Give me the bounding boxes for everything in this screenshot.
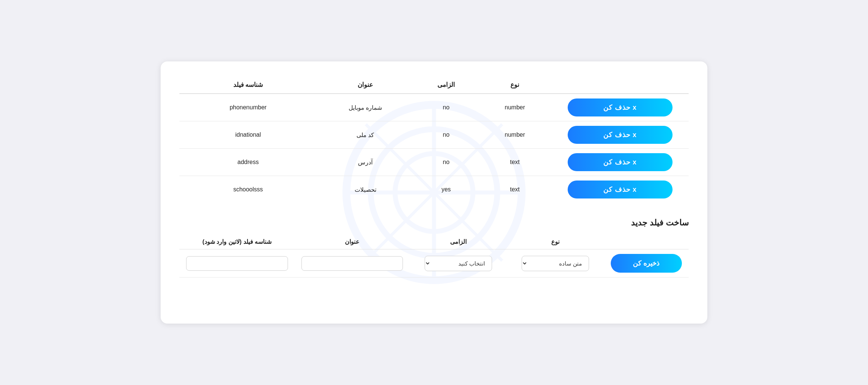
table-row: x حذف کنnumbernoکد ملیidnational <box>179 121 689 149</box>
fields-table: نوع الزامی عنوان شناسه فیلد x حذف کنnumb… <box>179 76 689 203</box>
new-field-section: ساخت فیلد جدید نوع الزامی عنوان شناسه فی… <box>179 218 689 278</box>
identifier-input-cell <box>179 249 295 278</box>
table-row: x حذف کنtextnoآدرسaddress <box>179 149 689 176</box>
type-select[interactable]: متن ساده عدد تاریخ <box>522 256 589 271</box>
nf-header-required: الزامی <box>410 234 507 249</box>
title-input[interactable] <box>301 256 403 271</box>
new-field-row: ذخیره کن متن ساده عدد تاریخ انتخاب کنید <box>179 249 689 278</box>
main-card: نوع الزامی عنوان شناسه فیلد x حذف کنnumb… <box>161 61 707 324</box>
nf-header-type: نوع <box>507 234 604 249</box>
delete-cell: x حذف کن <box>551 121 689 149</box>
identifier-cell: address <box>179 149 317 176</box>
required-select-cell: انتخاب کنید بله خیر <box>410 249 507 278</box>
identifier-input[interactable] <box>186 256 288 271</box>
header-title: عنوان <box>317 76 414 94</box>
content-wrapper: نوع الزامی عنوان شناسه فیلد x حذف کنnumb… <box>179 76 689 278</box>
required-cell: no <box>414 121 479 149</box>
title-cell: آدرس <box>317 149 414 176</box>
identifier-cell: phonenumber <box>179 94 317 121</box>
header-action <box>551 76 689 94</box>
type-cell: number <box>479 94 551 121</box>
fields-table-section: نوع الزامی عنوان شناسه فیلد x حذف کنnumb… <box>179 76 689 203</box>
type-cell: text <box>479 176 551 203</box>
required-cell: no <box>414 94 479 121</box>
save-button-cell: ذخیره کن <box>604 249 689 278</box>
delete-button[interactable]: x حذف کن <box>568 126 673 144</box>
identifier-cell: idnational <box>179 121 317 149</box>
required-cell: no <box>414 149 479 176</box>
header-identifier: شناسه فیلد <box>179 76 317 94</box>
delete-cell: x حذف کن <box>551 94 689 121</box>
save-button[interactable]: ذخیره کن <box>611 254 682 273</box>
delete-cell: x حذف کن <box>551 176 689 203</box>
new-field-table: نوع الزامی عنوان شناسه فیلد (لاتین وارد … <box>179 234 689 278</box>
title-cell: شماره موبایل <box>317 94 414 121</box>
delete-button[interactable]: x حذف کن <box>568 153 673 171</box>
delete-cell: x حذف کن <box>551 149 689 176</box>
nf-header-action <box>604 234 689 249</box>
type-cell: number <box>479 121 551 149</box>
identifier-cell: schooolsss <box>179 176 317 203</box>
header-type: نوع <box>479 76 551 94</box>
title-cell: تحصیلات <box>317 176 414 203</box>
type-cell: text <box>479 149 551 176</box>
type-select-cell: متن ساده عدد تاریخ <box>507 249 604 278</box>
title-input-cell <box>295 249 410 278</box>
nf-header-title: عنوان <box>295 234 410 249</box>
delete-button[interactable]: x حذف کن <box>568 98 673 116</box>
new-field-title: ساخت فیلد جدید <box>179 218 689 228</box>
header-required: الزامی <box>414 76 479 94</box>
table-row: x حذف کنtextyesتحصیلاتschooolsss <box>179 176 689 203</box>
nf-header-identifier: شناسه فیلد (لاتین وارد شود) <box>179 234 295 249</box>
table-row: x حذف کنnumbernoشماره موبایلphonenumber <box>179 94 689 121</box>
delete-button[interactable]: x حذف کن <box>568 181 673 198</box>
title-cell: کد ملی <box>317 121 414 149</box>
required-cell: yes <box>414 176 479 203</box>
required-select[interactable]: انتخاب کنید بله خیر <box>425 256 492 271</box>
